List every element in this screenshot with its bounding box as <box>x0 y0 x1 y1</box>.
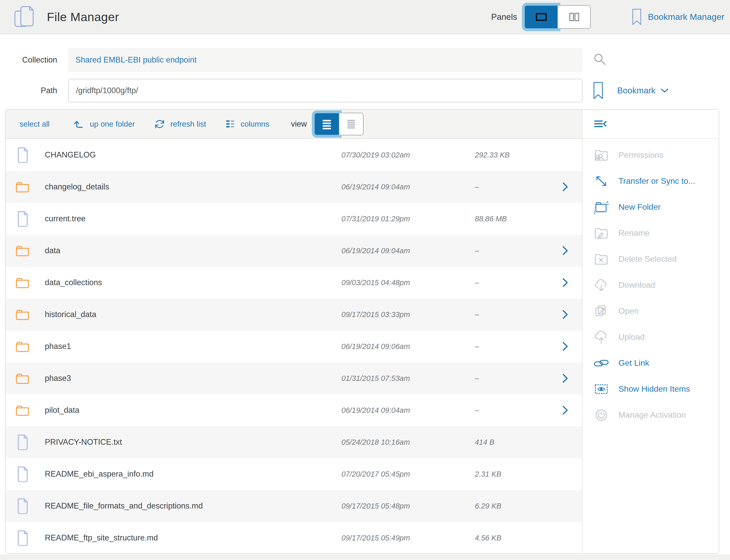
file-row-README_file_formats_and_descriptions.md[interactable]: README_file_formats_and_descriptions.md … <box>6 490 582 522</box>
file-size: – <box>475 406 549 415</box>
file-row-historical_data[interactable]: historical_data 09/17/2015 03:33pm – <box>6 299 582 330</box>
up-one-folder-button[interactable]: up one folder <box>73 118 135 130</box>
sidebar-item-open: Open <box>583 298 719 324</box>
file-icon <box>14 530 30 546</box>
file-row-README_ftp_site_structure.md[interactable]: README_ftp_site_structure.md 09/17/2015 … <box>6 522 582 554</box>
bookmark-manager-button[interactable]: Bookmark Manager <box>632 8 724 26</box>
search-icon[interactable] <box>593 52 607 66</box>
file-name[interactable]: changelog_details <box>45 182 109 191</box>
sidebar-item-label: Delete Selected <box>619 254 677 264</box>
file-name[interactable]: pilot_data <box>45 406 79 415</box>
sidebar-item-download: Download <box>583 272 719 298</box>
transfer-icon <box>594 174 609 189</box>
chevron-right-icon[interactable] <box>549 342 582 351</box>
compact-view-icon <box>345 118 357 130</box>
file-name-cell: CHANGELOG <box>6 147 341 163</box>
sidebar-item-label: Manage Activation <box>619 410 686 420</box>
refresh-list-button[interactable]: refresh list <box>153 118 206 130</box>
file-row-changelog_details[interactable]: changelog_details 06/19/2014 09:04am – <box>6 171 582 203</box>
bookmark-button[interactable]: Bookmark <box>593 80 668 101</box>
collection-label: Collection <box>6 48 57 72</box>
app-header: File Manager Panels Bookmark Manager <box>0 0 730 34</box>
panels-label: Panels <box>491 12 517 22</box>
file-list: CHANGELOG 07/30/2019 03:02am 292.33 KB c… <box>6 139 582 554</box>
path-input[interactable] <box>68 79 583 102</box>
chevron-right-icon[interactable] <box>549 405 582 415</box>
bookmark-icon <box>632 8 642 26</box>
bookmark-manager-label: Bookmark Manager <box>648 12 724 22</box>
sidebar-item-new-folder[interactable]: New Folder <box>583 194 719 220</box>
file-name[interactable]: phase3 <box>45 374 71 383</box>
file-name[interactable]: README_ebi_aspera_info.md <box>45 469 153 479</box>
chevron-right-icon[interactable] <box>549 373 582 383</box>
file-name[interactable]: CHANGELOG <box>45 150 96 160</box>
sidebar-item-label: Open <box>619 306 639 316</box>
file-modified: 07/31/2019 01:29pm <box>341 215 475 223</box>
file-size: – <box>475 310 549 319</box>
select-all-button[interactable]: select all <box>20 120 50 128</box>
collection-input[interactable] <box>68 48 583 72</box>
sidebar-item-permissions: Permissions <box>583 142 719 168</box>
file-name[interactable]: README_ftp_site_structure.md <box>45 533 158 543</box>
manage-activation-icon <box>594 408 609 423</box>
file-modified: 05/24/2018 10:16am <box>341 438 475 447</box>
file-name[interactable]: phase1 <box>45 342 71 351</box>
show-hidden-icon <box>594 382 609 397</box>
file-name[interactable]: README_file_formats_and_descriptions.md <box>45 501 203 511</box>
permissions-icon <box>594 148 609 163</box>
file-row-pilot_data[interactable]: pilot_data 06/19/2014 09:04am – <box>6 394 582 426</box>
columns-button[interactable]: columns <box>224 118 269 130</box>
file-name[interactable]: data_collections <box>45 278 102 287</box>
panels-dual-option[interactable] <box>558 6 590 28</box>
file-icon <box>14 498 30 514</box>
file-row-phase3[interactable]: phase3 01/31/2015 07:53am – <box>6 362 582 394</box>
chevron-down-icon <box>661 88 668 93</box>
file-row-current.tree[interactable]: current.tree 07/31/2019 01:29pm 88.86 MB <box>6 203 582 235</box>
file-name[interactable]: PRIVACY-NOTICE.txt <box>45 437 122 447</box>
folder-icon <box>14 276 30 289</box>
panels-toggle[interactable] <box>524 5 591 29</box>
file-name[interactable]: data <box>45 246 60 255</box>
file-size: – <box>475 278 549 287</box>
sidebar-item-get-link[interactable]: Get Link <box>583 350 719 376</box>
bookmark-label: Bookmark <box>617 86 656 95</box>
file-size: – <box>475 183 549 191</box>
file-icon <box>14 211 30 227</box>
view-toggle[interactable] <box>314 113 363 135</box>
sidebar-header <box>583 110 719 139</box>
dual-panel-icon <box>568 11 581 23</box>
file-name[interactable]: current.tree <box>45 214 86 223</box>
file-list-column: select all up one folder refresh list co… <box>6 110 583 553</box>
file-row-README_ebi_aspera_info.md[interactable]: README_ebi_aspera_info.md 07/20/2017 05:… <box>6 458 582 490</box>
panels-single-option[interactable] <box>525 6 558 28</box>
view-compact-option[interactable] <box>339 113 363 135</box>
file-name[interactable]: historical_data <box>45 310 96 319</box>
chevron-right-icon[interactable] <box>549 278 582 287</box>
file-icon <box>14 434 30 450</box>
file-row-data_collections[interactable]: data_collections 09/03/2015 04:48pm – <box>6 267 582 299</box>
file-modified: 09/17/2015 05:48pm <box>341 502 475 510</box>
download-icon <box>594 278 609 293</box>
sidebar-item-show-hidden-items[interactable]: Show Hidden Items <box>583 376 719 402</box>
collapse-sidebar-icon[interactable] <box>593 118 608 130</box>
chevron-right-icon[interactable] <box>549 310 582 319</box>
chevron-right-icon[interactable] <box>549 182 582 192</box>
file-manager-logo-icon <box>13 5 39 29</box>
file-row-phase1[interactable]: phase1 06/19/2014 09:06am – <box>6 330 582 362</box>
view-list-option[interactable] <box>315 113 339 135</box>
file-row-data[interactable]: data 06/19/2014 09:04am – <box>6 235 582 267</box>
file-row-CHANGELOG[interactable]: CHANGELOG 07/30/2019 03:02am 292.33 KB <box>6 139 582 171</box>
folder-icon <box>14 308 30 321</box>
folder-icon <box>14 181 30 193</box>
view-label: view <box>291 119 307 129</box>
up-one-folder-label: up one folder <box>90 120 135 128</box>
chevron-right-icon[interactable] <box>549 246 582 256</box>
single-panel-icon <box>535 11 548 23</box>
file-modified: 06/19/2014 09:06am <box>341 342 475 351</box>
file-icon <box>14 147 30 163</box>
file-name-cell: changelog_details <box>6 181 341 193</box>
file-row-PRIVACY-NOTICE.txt[interactable]: PRIVACY-NOTICE.txt 05/24/2018 10:16am 41… <box>6 426 582 458</box>
sidebar-item-transfer-or-sync-to[interactable]: Transfer or Sync to... <box>583 168 719 194</box>
delete-icon <box>594 252 609 267</box>
file-browser-panel: select all up one folder refresh list co… <box>5 109 719 554</box>
